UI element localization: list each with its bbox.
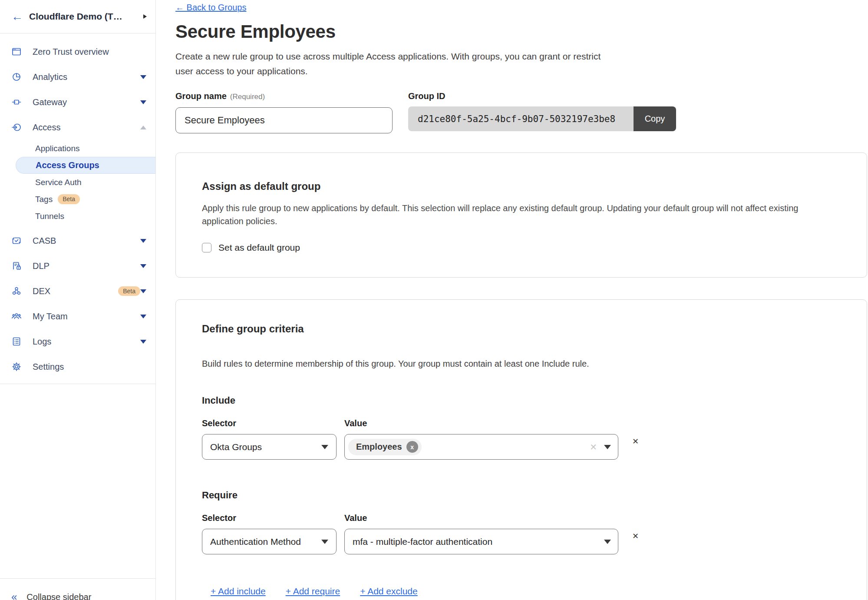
sidebar-item-dlp[interactable]: DLP <box>0 253 155 278</box>
set-default-group-checkbox[interactable] <box>202 243 211 252</box>
rule-actions-row: + Add include + Add require + Add exclud… <box>202 586 841 597</box>
criteria-card: Define group criteria Build rules to det… <box>175 299 867 600</box>
sidebar-item-logs[interactable]: Logs <box>0 329 155 354</box>
casb-check-icon <box>11 235 22 246</box>
require-rule-row: Authentication Method mfa - multiple-fac… <box>202 529 841 554</box>
remove-include-rule-icon[interactable]: ✕ <box>632 438 639 445</box>
account-title: Cloudflare Demo (T… <box>29 11 140 22</box>
sidebar-item-label: Service Auth <box>35 178 82 187</box>
sidebar-item-label: Logs <box>33 337 140 347</box>
sidebar-item-label: Zero Trust overview <box>33 47 146 57</box>
default-group-card-title: Assign as default group <box>202 180 841 193</box>
double-chevron-left-icon: « <box>11 592 17 600</box>
include-heading: Include <box>202 394 841 407</box>
sidebar-item-label: CASB <box>33 236 140 246</box>
value-chip: Employees x <box>348 439 422 455</box>
add-require-link[interactable]: + Add require <box>286 586 340 597</box>
beta-badge: Beta <box>118 286 140 296</box>
sidebar-item-label: Access Groups <box>36 160 99 170</box>
default-group-card-description: Apply this rule group to new application… <box>202 202 823 228</box>
chevron-up-icon <box>140 126 146 129</box>
include-selector-dropdown[interactable]: Okta Groups <box>202 434 337 460</box>
require-heading: Require <box>202 489 841 501</box>
sidebar-item-label: My Team <box>33 312 140 322</box>
sidebar-item-my-team[interactable]: My Team <box>0 304 155 329</box>
chevron-down-icon <box>140 75 146 79</box>
sidebar-item-label: Applications <box>35 144 79 153</box>
require-column-labels: Selector Value <box>202 513 841 523</box>
team-icon <box>11 311 22 322</box>
sidebar-item-casb[interactable]: CASB <box>0 228 155 253</box>
default-group-card: Assign as default group Apply this rule … <box>175 152 867 278</box>
main-content: ← Back to Groups Secure Employees Create… <box>156 0 868 600</box>
sidebar: ← Cloudflare Demo (T… Zero Trust overvie… <box>0 0 156 600</box>
collapse-sidebar-label: Collapse sidebar <box>26 592 91 600</box>
sidebar-item-service-auth[interactable]: Service Auth <box>0 174 155 191</box>
sidebar-item-tunnels[interactable]: Tunnels <box>0 208 155 225</box>
require-selector-value: Authentication Method <box>210 537 321 547</box>
sidebar-item-label: Tunnels <box>35 212 64 221</box>
zero-trust-dashboard: ← Cloudflare Demo (T… Zero Trust overvie… <box>0 0 868 600</box>
gateway-icon <box>11 97 22 107</box>
chevron-right-icon[interactable] <box>143 14 147 19</box>
log-list-icon <box>11 336 22 347</box>
sidebar-item-dex[interactable]: DEX Beta <box>0 278 155 304</box>
page-description: Create a new rule group to use across mu… <box>175 49 605 79</box>
group-name-field: Group name(Required) <box>175 91 393 133</box>
clear-values-icon[interactable]: ✕ <box>590 443 597 451</box>
copy-button[interactable]: Copy <box>634 106 676 131</box>
sidebar-item-label: Analytics <box>33 72 140 82</box>
sidebar-account-header: ← Cloudflare Demo (T… <box>0 0 155 33</box>
add-exclude-link[interactable]: + Add exclude <box>360 586 418 597</box>
sidebar-item-label: DLP <box>33 261 140 271</box>
group-id-value: d21ce80f-5a25-4bcf-9b07-5032197e3be8 <box>408 106 634 131</box>
add-include-link[interactable]: + Add include <box>211 586 266 597</box>
selector-column-label: Selector <box>202 418 344 428</box>
chevron-down-icon <box>140 340 146 344</box>
sidebar-item-gateway[interactable]: Gateway <box>0 90 155 115</box>
sidebar-nav: Zero Trust overview Analytics Gateway <box>0 33 155 384</box>
group-id-label: Group ID <box>408 91 676 101</box>
sidebar-item-label: Settings <box>33 362 146 372</box>
require-selector-dropdown[interactable]: Authentication Method <box>202 529 337 554</box>
sidebar-item-analytics[interactable]: Analytics <box>0 64 155 90</box>
sidebar-item-access[interactable]: Access <box>0 115 155 140</box>
value-chip-label: Employees <box>356 442 402 452</box>
criteria-card-description: Build rules to determine membership of t… <box>202 357 841 370</box>
back-arrow-icon[interactable]: ← <box>11 11 23 23</box>
network-nodes-icon <box>11 286 22 296</box>
chevron-down-icon <box>140 289 146 293</box>
required-hint: (Required) <box>230 93 265 101</box>
group-name-input[interactable] <box>175 107 393 133</box>
chip-remove-icon[interactable]: x <box>406 441 418 453</box>
sidebar-item-access-groups[interactable]: Access Groups <box>16 157 155 174</box>
value-column-label: Value <box>344 513 367 523</box>
chevron-down-icon <box>604 540 611 544</box>
chevron-down-icon <box>321 445 328 449</box>
include-value-combobox[interactable]: Employees x ✕ <box>344 434 618 460</box>
include-rule-row: Okta Groups Employees x ✕ ✕ <box>202 434 841 460</box>
browser-window-icon <box>11 46 22 57</box>
chevron-down-icon <box>140 100 146 104</box>
pie-chart-icon <box>11 72 22 82</box>
document-lock-icon <box>11 261 22 271</box>
default-group-checkbox-row: Set as default group <box>202 242 841 253</box>
chevron-down-icon <box>604 445 611 449</box>
chevron-down-icon <box>140 315 146 318</box>
back-to-groups-link[interactable]: ← Back to Groups <box>175 3 246 13</box>
include-column-labels: Selector Value <box>202 418 841 428</box>
group-name-label-text: Group name <box>175 91 227 101</box>
sidebar-item-tags[interactable]: Tags Beta <box>0 191 155 208</box>
sidebar-item-settings[interactable]: Settings <box>0 354 155 379</box>
sidebar-item-label: Gateway <box>33 97 140 107</box>
collapse-sidebar-button[interactable]: « Collapse sidebar <box>0 578 155 600</box>
sidebar-item-label: Access <box>33 123 140 133</box>
sidebar-item-zero-trust-overview[interactable]: Zero Trust overview <box>0 39 155 64</box>
remove-require-rule-icon[interactable]: ✕ <box>632 532 639 540</box>
beta-badge: Beta <box>58 194 80 204</box>
group-id-field: Group ID d21ce80f-5a25-4bcf-9b07-5032197… <box>408 91 676 133</box>
sidebar-item-applications[interactable]: Applications <box>0 140 155 157</box>
require-value-dropdown[interactable]: mfa - multiple-factor authentication <box>344 529 618 554</box>
sidebar-item-label: Tags <box>35 195 53 204</box>
include-selector-value: Okta Groups <box>210 442 321 452</box>
